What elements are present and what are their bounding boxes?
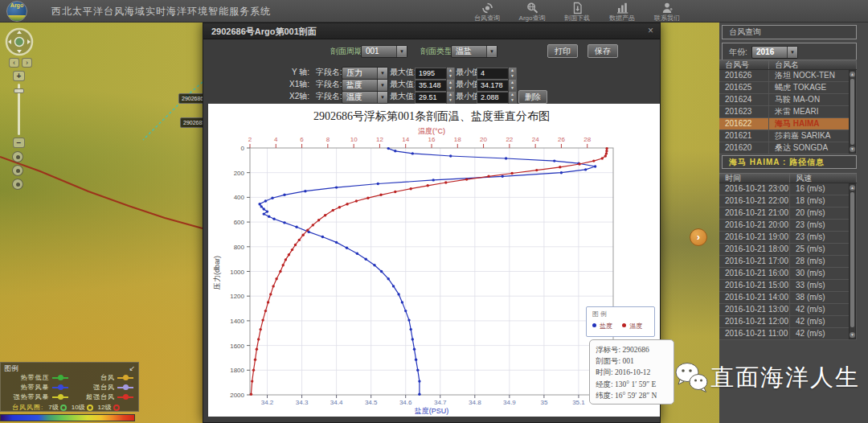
delete-button[interactable]: 删除	[518, 90, 547, 104]
svg-text:压力(dbar): 压力(dbar)	[213, 256, 221, 290]
table-row[interactable]: 2016-10-21 20:0023 (m/s)	[719, 220, 857, 232]
menu-item-contact-us[interactable]: 联系我们	[649, 0, 686, 23]
x2-field-select[interactable]: 温度 ▼	[342, 91, 388, 104]
svg-text:16: 16	[428, 136, 436, 143]
svg-text:10: 10	[350, 136, 358, 143]
collapse-icon[interactable]: ↙	[129, 364, 135, 372]
table-row[interactable]: 2016-10-21 13:0042 (m/s)	[719, 304, 857, 316]
profile-form: 剖面周期: 001 ▼ 剖面类型: 温盐 ▼ 打印 保存 Y 轴: 字段名: 压…	[203, 39, 660, 104]
menu-label: 台风查询	[469, 14, 506, 22]
map-tool-button-2[interactable]	[12, 165, 23, 176]
table-row[interactable]: 201622海马 HAIMA	[719, 118, 857, 130]
chevron-down-icon[interactable]: ▼	[396, 46, 407, 57]
map-back-button[interactable]: ‹	[9, 58, 19, 68]
table-row[interactable]: 2016-10-21 19:0023 (m/s)	[719, 232, 857, 244]
svg-text:温度(°C): 温度(°C)	[418, 127, 445, 135]
svg-text:28: 28	[583, 136, 591, 143]
svg-text:6: 6	[300, 136, 304, 143]
dialog-titlebar[interactable]: 2902686号Argo第001剖面 ×	[203, 23, 660, 39]
type-label: 剖面类型:	[420, 45, 455, 58]
x2-min-input[interactable]: 2.088 ▲▼	[477, 92, 517, 104]
menu-label: 数据产品	[604, 14, 641, 22]
map-pan-compass[interactable]	[5, 27, 34, 56]
stepper-icon[interactable]: ▲▼	[508, 92, 516, 104]
type-select[interactable]: 温盐 ▼	[451, 45, 497, 58]
x2-max-input[interactable]: 29.51 ▲▼	[415, 92, 455, 104]
table-row[interactable]: 2016-10-21 22:0018 (m/s)	[719, 195, 857, 207]
svg-text:34.8: 34.8	[469, 399, 481, 406]
svg-text:34.7: 34.7	[434, 399, 447, 406]
field-name-label: 字段名:	[316, 66, 342, 79]
table-row[interactable]: 2016-10-21 16:0030 (m/s)	[719, 268, 857, 280]
menu-label: 联系我们	[649, 14, 686, 22]
map-legend-items: 热带低压台风热带风暴强台风强热带风暴超强台风	[4, 373, 135, 401]
zoom-in-button[interactable]: +	[13, 71, 25, 81]
dialog-close-button[interactable]: ×	[648, 23, 653, 39]
table-row[interactable]: 2016-10-21 14:0038 (m/s)	[719, 292, 857, 304]
table-row[interactable]: 2016-10-21 17:0028 (m/s)	[719, 256, 857, 268]
menu-item-profile-download[interactable]: 剖面下载	[559, 0, 596, 23]
axis-label: Y 轴:	[280, 66, 309, 79]
track-info-header: 海马 HAIMA : 路径信息	[722, 155, 857, 169]
typhoon-table-scrollbar[interactable]: ▲ ▼	[849, 70, 856, 154]
scroll-up-icon: ▲	[850, 185, 855, 191]
longitude-line: 经度: 130° 1′ 59″ E	[596, 379, 674, 390]
table-row[interactable]: 2016-10-21 11:0042 (m/s)	[719, 328, 857, 340]
track-marker-icon	[117, 377, 133, 379]
year-select[interactable]: 2016 ▼	[751, 46, 798, 59]
svg-text:2: 2	[248, 136, 252, 143]
cycle-select[interactable]: 001 ▼	[361, 45, 407, 58]
table-row[interactable]: 201621莎莉嘉 SARIKA	[719, 130, 857, 142]
chevron-down-icon[interactable]: ▼	[377, 68, 387, 79]
svg-text:800: 800	[234, 244, 245, 251]
table-row[interactable]: 2016-10-21 15:0033 (m/s)	[719, 280, 857, 292]
stepper-icon[interactable]: ▲▼	[446, 92, 454, 104]
wind-circle-icon	[87, 405, 93, 411]
table-row[interactable]: 2016-10-21 23:0016 (m/s)	[719, 183, 857, 195]
table-row[interactable]: 201626洛坦 NOCK-TEN	[719, 70, 857, 82]
data-products-icon	[616, 2, 629, 14]
svg-text:34.3: 34.3	[296, 399, 309, 406]
map-tool-button-1[interactable]	[12, 151, 23, 162]
table-row[interactable]: 2016-10-21 21:0020 (m/s)	[719, 207, 857, 220]
svg-text:1400: 1400	[230, 318, 244, 325]
menu-item-typhoon-search[interactable]: 台风查询	[469, 0, 506, 23]
time-line: 时间: 2016-10-12	[596, 367, 674, 378]
wind-table-scrollbar[interactable]: ▲ ▼	[849, 183, 856, 339]
legend-item-salinity: 盐度	[592, 322, 612, 330]
chevron-down-icon[interactable]: ▼	[377, 92, 387, 103]
map-zoom-slider[interactable]: + −	[11, 71, 27, 148]
min-value: 2.088	[481, 93, 499, 101]
chevron-down-icon[interactable]: ▼	[486, 46, 497, 57]
chevron-down-icon[interactable]: ▼	[377, 80, 387, 91]
float-id-line: 浮标号: 2902686	[596, 344, 674, 355]
menu-item-data-products[interactable]: 数据产品	[604, 0, 641, 23]
map-legend-item: 超强台风	[70, 392, 136, 401]
argo-logo-icon: Argo	[6, 1, 27, 22]
table-row[interactable]: 2016-10-21 18:0025 (m/s)	[719, 244, 857, 256]
svg-text:1800: 1800	[230, 367, 244, 374]
chevron-down-icon[interactable]: ▼	[787, 47, 797, 58]
temperature-dot-icon	[622, 323, 626, 327]
max-label: 最大值:	[390, 66, 416, 79]
y-axis-row: Y 轴: 字段名: 压力 ▼ 最大值: 1995 ▲▼ 最小值 4 ▲▼	[203, 66, 660, 79]
scroll-thumb	[850, 79, 854, 145]
map-forward-button[interactable]: ›	[22, 58, 32, 68]
table-row[interactable]: 201625蝎虎 TOKAGE	[719, 82, 857, 94]
svg-text:600: 600	[234, 219, 245, 226]
map-tool-button-3[interactable]	[12, 179, 23, 190]
panel-next-arrow-button[interactable]: ›	[690, 228, 707, 246]
svg-text:22: 22	[506, 136, 513, 143]
table-row[interactable]: 201623米雷 MEARI	[719, 106, 857, 118]
map-legend-panel: 图例 ↙ 热带低压台风热带风暴强台风强热带风暴超强台风 台风风圈: 7级10级1…	[0, 362, 139, 412]
save-button[interactable]: 保存	[588, 44, 618, 58]
print-button[interactable]: 打印	[547, 44, 578, 58]
menu-item-argo-search[interactable]: Argo查询	[514, 0, 551, 23]
zoom-out-button[interactable]: −	[13, 138, 25, 148]
track-marker-icon	[52, 387, 68, 388]
table-row[interactable]: 201620桑达 SONGDA	[719, 142, 857, 154]
zoom-handle[interactable]	[14, 88, 24, 93]
logo-text: Argo	[10, 2, 23, 8]
table-row[interactable]: 201624马鞍 MA-ON	[719, 94, 857, 106]
table-row[interactable]: 2016-10-21 12:0042 (m/s)	[719, 316, 857, 328]
